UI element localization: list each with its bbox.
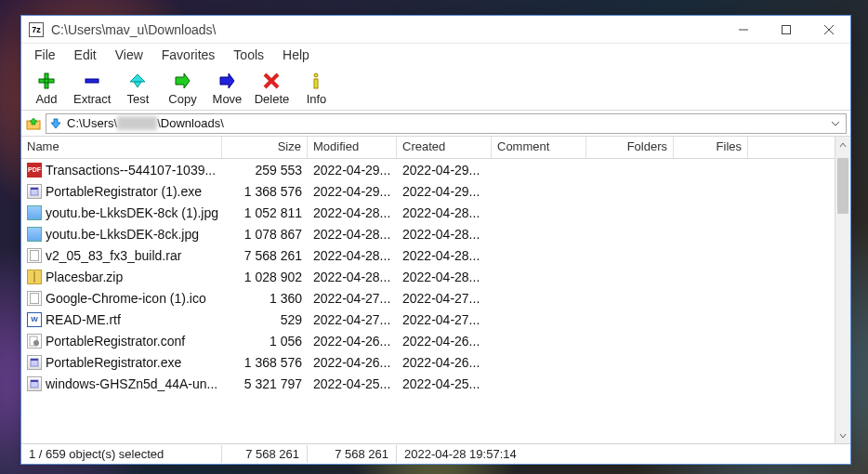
svg-rect-8 xyxy=(85,79,99,83)
cell-modified: 2022-04-29... xyxy=(308,182,397,201)
move-icon xyxy=(217,71,237,91)
cell-folders xyxy=(586,361,674,364)
scroll-track[interactable] xyxy=(835,152,850,428)
up-folder-icon xyxy=(26,116,41,131)
add-label: Add xyxy=(35,92,57,106)
svg-marker-9 xyxy=(130,74,145,82)
titlebar: 7z C:\Users\mav_u\Downloads\ xyxy=(21,16,850,44)
statusbar: 1 / 659 object(s) selected 7 568 261 7 5… xyxy=(21,443,850,464)
address-text: C:\Users\mav_u\Downloads\ xyxy=(63,116,827,130)
cell-size: 1 028 902 xyxy=(222,268,308,286)
cell-files xyxy=(674,382,748,386)
scroll-down[interactable] xyxy=(835,428,850,443)
menu-favorites[interactable]: Favorites xyxy=(152,46,225,64)
svg-point-15 xyxy=(314,73,318,77)
cell-size: 529 xyxy=(222,310,308,329)
add-icon xyxy=(36,71,57,91)
close-button[interactable] xyxy=(808,16,850,44)
table-row[interactable]: youtu.be-LkksDEK-8ck.jpg1 078 8672022-04… xyxy=(21,223,835,244)
cell-size: 5 321 797 xyxy=(222,375,308,393)
cell-files xyxy=(674,339,748,343)
table-row[interactable]: WREAD-ME.rtf5292022-04-27...2022-04-27..… xyxy=(21,309,835,330)
col-comment[interactable]: Comment xyxy=(492,137,586,158)
up-button[interactable] xyxy=(25,115,42,132)
cell-files xyxy=(674,168,748,172)
menu-edit[interactable]: Edit xyxy=(65,46,106,64)
copy-button[interactable]: Copy xyxy=(161,68,204,109)
cell-comment xyxy=(492,361,586,364)
table-row[interactable]: Placesbar.zip1 028 9022022-04-28...2022-… xyxy=(21,266,835,287)
table-row[interactable]: windows-GHSZn5d_44A-un...5 321 7972022-0… xyxy=(21,373,835,394)
cell-folders xyxy=(586,339,674,343)
col-folders[interactable]: Folders xyxy=(586,137,674,158)
col-size[interactable]: Size xyxy=(222,137,308,158)
col-files[interactable]: Files xyxy=(674,137,748,158)
menu-view[interactable]: View xyxy=(106,46,152,64)
info-button[interactable]: Info xyxy=(295,68,337,109)
cell-modified: 2022-04-28... xyxy=(308,246,397,265)
delete-button[interactable]: Delete xyxy=(250,68,293,109)
svg-point-26 xyxy=(33,340,39,346)
app-window: 7z C:\Users\mav_u\Downloads\ File Edit V… xyxy=(20,15,851,465)
status-selection: 1 / 659 object(s) selected xyxy=(21,445,222,463)
list-body[interactable]: PDFTransactions--544107-1039...259 55320… xyxy=(21,159,835,394)
table-row[interactable]: Google-Chrome-icon (1).ico1 3602022-04-2… xyxy=(21,287,835,309)
extract-button[interactable]: Extract xyxy=(70,68,114,109)
cell-folders xyxy=(586,275,674,279)
svg-rect-24 xyxy=(31,293,39,303)
table-row[interactable]: v2_05_83_fx3_build.rar7 568 2612022-04-2… xyxy=(21,244,835,266)
cell-comment xyxy=(492,190,586,193)
cell-created: 2022-04-27... xyxy=(397,289,492,308)
cell-modified: 2022-04-26... xyxy=(308,332,397,350)
delete-label: Delete xyxy=(255,92,290,106)
add-button[interactable]: Add xyxy=(25,68,68,109)
info-icon xyxy=(306,71,326,91)
move-label: Move xyxy=(213,92,243,106)
menu-tools[interactable]: Tools xyxy=(224,46,273,64)
table-row[interactable]: PortableRegistrator (1).exe1 368 5762022… xyxy=(21,180,835,202)
minimize-icon xyxy=(739,25,748,34)
cell-folders xyxy=(586,211,674,215)
menu-file[interactable]: File xyxy=(25,46,65,64)
cell-created: 2022-04-29... xyxy=(397,182,492,201)
test-button[interactable]: Test xyxy=(116,68,159,109)
cell-folders xyxy=(586,382,674,386)
minimize-button[interactable] xyxy=(722,16,765,44)
maximize-button[interactable] xyxy=(765,16,808,44)
image-icon xyxy=(27,227,42,242)
col-modified[interactable]: Modified xyxy=(308,137,397,158)
cell-files xyxy=(674,361,748,364)
scrollbar[interactable] xyxy=(835,137,850,443)
address-dropdown[interactable] xyxy=(827,119,844,128)
svg-marker-12 xyxy=(220,73,234,88)
scroll-thumb[interactable] xyxy=(837,158,848,214)
address-input[interactable]: C:\Users\mav_u\Downloads\ xyxy=(46,113,847,134)
col-created[interactable]: Created xyxy=(397,137,492,158)
cell-comment xyxy=(492,296,586,300)
chevron-up-icon xyxy=(839,141,847,149)
cell-folders xyxy=(586,254,674,257)
scroll-up[interactable] xyxy=(835,137,850,152)
cell-modified: 2022-04-29... xyxy=(308,161,397,179)
cell-folders xyxy=(586,168,674,172)
extract-icon xyxy=(82,71,102,91)
cell-modified: 2022-04-27... xyxy=(308,289,397,308)
column-headers: Name Size Modified Created Comment Folde… xyxy=(21,137,835,159)
cell-files xyxy=(674,190,748,193)
table-row[interactable]: PortableRegistrator.exe1 368 5762022-04-… xyxy=(21,351,835,373)
maximize-icon xyxy=(782,25,791,34)
move-button[interactable]: Move xyxy=(205,68,248,109)
file-icon xyxy=(27,248,42,263)
cell-comment xyxy=(492,168,586,172)
copy-label: Copy xyxy=(168,92,196,106)
table-row[interactable]: PortableRegistrator.conf1 0562022-04-26.… xyxy=(21,330,835,351)
cell-size: 1 360 xyxy=(222,289,308,308)
file-icon xyxy=(27,291,42,306)
menu-help[interactable]: Help xyxy=(273,46,319,64)
table-row[interactable]: youtu.be-LkksDEK-8ck (1).jpg1 052 811202… xyxy=(21,202,835,223)
cell-comment xyxy=(492,318,586,322)
status-date: 2022-04-28 19:57:14 xyxy=(397,445,850,463)
test-label: Test xyxy=(127,92,150,106)
col-name[interactable]: Name xyxy=(21,137,222,158)
table-row[interactable]: PDFTransactions--544107-1039...259 55320… xyxy=(21,159,835,180)
